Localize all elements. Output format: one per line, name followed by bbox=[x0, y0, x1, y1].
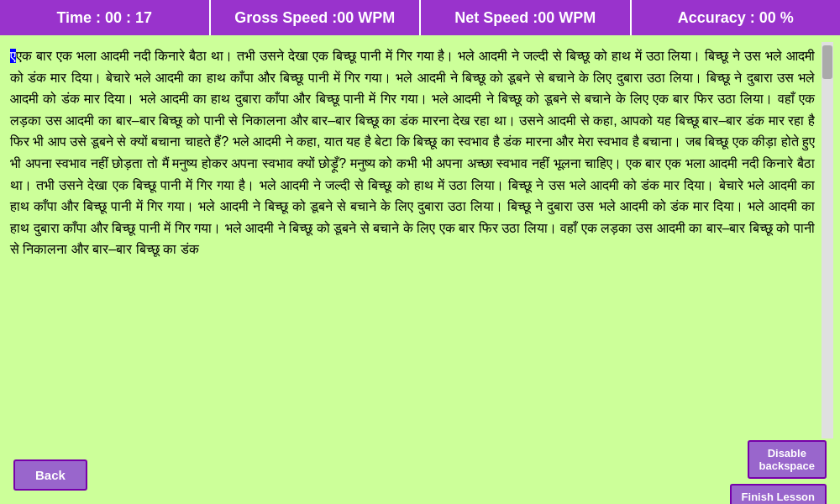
disable-backspace-button[interactable]: Disablebackspace bbox=[748, 440, 827, 479]
accuracy-stat: Accuracy : 00 % bbox=[632, 0, 841, 35]
net-value: 00 bbox=[538, 9, 554, 27]
time-value: 00 : 17 bbox=[105, 9, 152, 27]
net-label: Net Speed : bbox=[454, 9, 538, 27]
accuracy-value: 00 bbox=[759, 9, 776, 27]
scrollbar-track[interactable] bbox=[822, 42, 833, 438]
gross-label: Gross Speed : bbox=[234, 9, 337, 27]
highlighted-char: ए bbox=[10, 49, 16, 63]
back-button[interactable]: Back bbox=[13, 459, 87, 491]
time-label: Time : bbox=[56, 9, 101, 27]
gross-speed-stat: Gross Speed : 00 WPM bbox=[211, 0, 422, 35]
stats-bar: Time : 00 : 17 Gross Speed : 00 WPM Net … bbox=[0, 0, 840, 35]
net-unit: WPM bbox=[559, 9, 596, 27]
gross-value: 00 bbox=[337, 9, 354, 27]
gross-unit: WPM bbox=[358, 9, 395, 27]
right-buttons-container: Disablebackspace Finish Lesson bbox=[730, 440, 827, 505]
content-wrapper: एएक बार एक भला आदमी नदी किनारे बैठा था। … bbox=[0, 35, 840, 445]
net-speed-stat: Net Speed : 00 WPM bbox=[421, 0, 632, 35]
accuracy-unit: % bbox=[780, 9, 794, 27]
passage-content: एएक बार एक भला आदमी नदी किनारे बैठा था। … bbox=[10, 45, 815, 260]
bottom-bar: Back Disablebackspace Finish Lesson bbox=[0, 445, 840, 504]
time-stat: Time : 00 : 17 bbox=[0, 0, 211, 35]
finish-lesson-button[interactable]: Finish Lesson bbox=[730, 484, 827, 505]
accuracy-label: Accuracy : bbox=[678, 9, 755, 27]
passage-text: एएक बार एक भला आदमी नदी किनारे बैठा था। … bbox=[7, 42, 818, 438]
scrollbar-thumb[interactable] bbox=[822, 45, 832, 79]
